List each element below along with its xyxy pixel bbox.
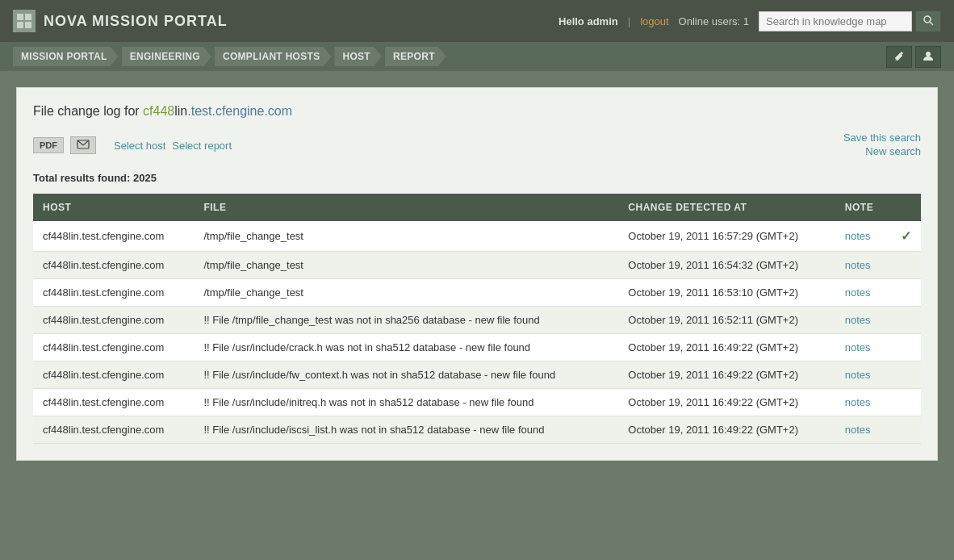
cell-note[interactable]: notes [835, 334, 887, 361]
cell-file: !! File /usr/include/initreq.h was not i… [194, 389, 618, 416]
cell-check [887, 361, 921, 389]
cell-host: cf448lin.test.cfengine.com [33, 334, 194, 361]
cell-host: cf448lin.test.cfengine.com [33, 416, 194, 444]
table-row: cf448lin.test.cfengine.com/tmp/file_chan… [33, 221, 921, 252]
header: NOVA MISSION PORTAL Hello admin | logout… [0, 0, 954, 42]
header-right: Hello admin | logout Online users: 1 [559, 10, 941, 32]
select-report-link[interactable]: Select report [172, 140, 232, 152]
table-row: cf448lin.test.cfengine.com!! File /usr/i… [33, 389, 921, 416]
search-button[interactable] [915, 10, 941, 32]
title-prefix: File change log for [33, 104, 143, 118]
hello-text: Hello admin [559, 15, 618, 27]
title-host-domain: .test.cfengine.com [187, 104, 292, 118]
separator: | [628, 15, 630, 27]
cell-host: cf448lin.test.cfengine.com [33, 361, 194, 389]
content-card: File change log for cf448lin.test.cfengi… [16, 87, 938, 461]
cell-check [887, 334, 921, 361]
data-table: HOST FILE CHANGE DETECTED AT NOTE cf448l… [33, 194, 921, 444]
table-row: cf448lin.test.cfengine.com!! File /usr/i… [33, 334, 921, 361]
svg-rect-2 [17, 22, 23, 28]
title-host-highlight: cf448 [143, 104, 174, 118]
cell-check [887, 389, 921, 416]
action-bar: PDF Select host Select report Save this … [33, 132, 921, 159]
cell-change-at: October 19, 2011 16:49:22 (GMT+2) [618, 416, 835, 444]
svg-point-4 [924, 16, 931, 23]
search-area [759, 10, 941, 32]
cell-note[interactable]: notes [835, 389, 887, 416]
table-row: cf448lin.test.cfengine.com/tmp/file_chan… [33, 252, 921, 279]
logo-icon [13, 10, 36, 32]
cell-check: ✓ [887, 221, 921, 252]
col-note: NOTE [835, 194, 921, 221]
cell-file: /tmp/file_change_test [194, 221, 618, 252]
cell-change-at: October 19, 2011 16:49:22 (GMT+2) [618, 334, 835, 361]
cell-file: !! File /usr/include/iscsi_list.h was no… [194, 416, 618, 444]
cell-check [887, 252, 921, 279]
logo-area: NOVA MISSION PORTAL [13, 10, 228, 32]
table-row: cf448lin.test.cfengine.com!! File /tmp/f… [33, 307, 921, 334]
right-actions: Save this search New search [843, 132, 921, 159]
app-title: NOVA MISSION PORTAL [44, 13, 228, 30]
nav-item-compliant-hosts[interactable]: COMPLIANT HOSTS [215, 47, 332, 66]
nav-item-mission-portal[interactable]: MISSION PORTAL [13, 47, 119, 66]
cell-host: cf448lin.test.cfengine.com [33, 307, 194, 334]
cell-note[interactable]: notes [835, 361, 887, 389]
cell-note[interactable]: notes [835, 252, 887, 279]
cell-check [887, 416, 921, 444]
nav-item-engineering[interactable]: ENGINEERING [122, 47, 211, 66]
save-search-link[interactable]: Save this search [843, 132, 921, 144]
title-host-middle: lin [174, 104, 187, 118]
cell-note[interactable]: notes [835, 221, 887, 252]
cell-host: cf448lin.test.cfengine.com [33, 221, 194, 252]
cell-note[interactable]: notes [835, 279, 887, 307]
email-button[interactable] [70, 136, 96, 154]
svg-rect-1 [25, 14, 31, 20]
col-host: HOST [33, 194, 194, 221]
cell-change-at: October 19, 2011 16:49:22 (GMT+2) [618, 361, 835, 389]
table-row: cf448lin.test.cfengine.com!! File /usr/i… [33, 361, 921, 389]
svg-point-7 [926, 52, 931, 56]
cell-file: !! File /usr/include/crack.h was not in … [194, 334, 618, 361]
cell-file: !! File /tmp/file_change_test was not in… [194, 307, 618, 334]
nav-bar: MISSION PORTAL ENGINEERING COMPLIANT HOS… [0, 42, 954, 71]
cell-change-at: October 19, 2011 16:52:11 (GMT+2) [618, 307, 835, 334]
user-tool-button[interactable] [915, 46, 941, 68]
svg-rect-0 [17, 14, 23, 20]
nav-item-report[interactable]: REPORT [385, 47, 446, 66]
cell-note[interactable]: notes [835, 416, 887, 444]
cell-change-at: October 19, 2011 16:53:10 (GMT+2) [618, 279, 835, 307]
online-users: Online users: 1 [679, 15, 749, 27]
cell-change-at: October 19, 2011 16:54:32 (GMT+2) [618, 252, 835, 279]
svg-rect-3 [25, 22, 31, 28]
cell-file: /tmp/file_change_test [194, 252, 618, 279]
cell-host: cf448lin.test.cfengine.com [33, 389, 194, 416]
table-row: cf448lin.test.cfengine.com/tmp/file_chan… [33, 279, 921, 307]
cell-note[interactable]: notes [835, 307, 887, 334]
svg-line-5 [930, 22, 933, 25]
cell-check [887, 307, 921, 334]
cell-change-at: October 19, 2011 16:49:22 (GMT+2) [618, 389, 835, 416]
table-header-row: HOST FILE CHANGE DETECTED AT NOTE [33, 194, 921, 221]
col-file: FILE [194, 194, 618, 221]
cell-host: cf448lin.test.cfengine.com [33, 252, 194, 279]
pdf-button[interactable]: PDF [33, 137, 64, 153]
col-change: CHANGE DETECTED AT [618, 194, 835, 221]
cell-host: cf448lin.test.cfengine.com [33, 279, 194, 307]
cell-file: /tmp/file_change_test [194, 279, 618, 307]
main-content: File change log for cf448lin.test.cfengi… [0, 71, 954, 477]
pencil-tool-button[interactable] [886, 46, 912, 68]
nav-tools [886, 46, 941, 68]
results-count: Total results found: 2025 [33, 172, 921, 184]
cell-file: !! File /usr/include/fw_context.h was no… [194, 361, 618, 389]
page-title: File change log for cf448lin.test.cfengi… [33, 104, 921, 119]
logout-link[interactable]: logout [640, 15, 668, 27]
search-input[interactable] [759, 11, 912, 31]
nav-item-host[interactable]: HOST [334, 47, 382, 66]
table-row: cf448lin.test.cfengine.com!! File /usr/i… [33, 416, 921, 444]
cell-change-at: October 19, 2011 16:57:29 (GMT+2) [618, 221, 835, 252]
new-search-link[interactable]: New search [843, 145, 921, 157]
select-host-link[interactable]: Select host [114, 140, 165, 152]
cell-check [887, 279, 921, 307]
